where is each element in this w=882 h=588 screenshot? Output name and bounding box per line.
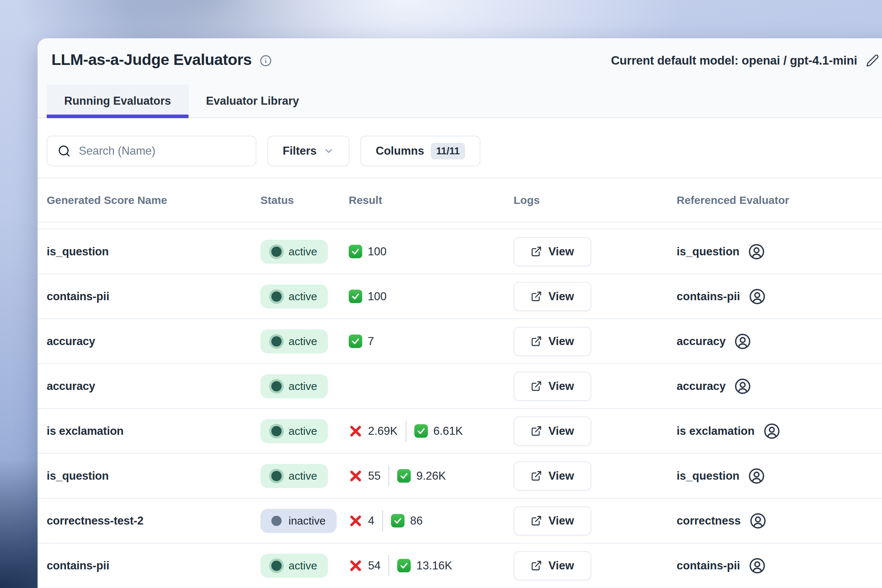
view-logs-button[interactable]: View xyxy=(514,506,591,536)
generated-score-name: contains-pii xyxy=(47,559,261,572)
status-cell: active xyxy=(261,419,349,443)
cross-mark-icon xyxy=(349,424,363,438)
fail-result: 2.69K xyxy=(349,424,398,438)
result-cell: 7 xyxy=(349,334,514,348)
table-row[interactable]: is exclamation active 2.69K 6.61K xyxy=(38,409,882,454)
check-mark-icon xyxy=(349,334,362,348)
external-link-icon xyxy=(531,560,542,571)
view-logs-button[interactable]: View xyxy=(514,551,591,580)
status-dot-icon xyxy=(272,247,282,257)
logs-cell: View xyxy=(514,551,676,580)
referenced-evaluator-name: contains-pii xyxy=(676,559,740,572)
status-badge: active xyxy=(261,554,328,578)
column-header-status: Status xyxy=(261,194,349,207)
referenced-evaluator-name: is_question xyxy=(676,245,740,258)
logs-cell: View xyxy=(514,237,676,266)
edit-model-icon[interactable] xyxy=(866,54,879,67)
check-mark-icon xyxy=(397,559,411,572)
info-icon[interactable] xyxy=(260,55,272,67)
status-label: active xyxy=(288,380,317,393)
status-dot-icon xyxy=(272,471,282,481)
result-cell: 100 xyxy=(349,290,514,303)
evaluators-table: Generated Score Name Status Result Logs … xyxy=(38,178,882,588)
referenced-evaluator-name: correctness xyxy=(676,514,741,528)
referenced-evaluator-cell: is exclamation xyxy=(676,423,882,440)
tab-bar: Running Evaluators Evaluator Library xyxy=(47,85,879,117)
external-link-icon xyxy=(531,425,542,436)
check-mark-icon xyxy=(349,245,362,258)
pass-result: 6.61K xyxy=(414,424,463,438)
logs-cell: View xyxy=(514,461,676,490)
columns-label: Columns xyxy=(376,144,424,158)
view-logs-button[interactable]: View xyxy=(514,372,591,401)
search-input[interactable] xyxy=(79,144,246,158)
check-mark-icon xyxy=(391,514,405,528)
referenced-evaluator-name: is_question xyxy=(676,470,740,483)
status-badge: inactive xyxy=(261,509,337,533)
evaluators-panel: LLM-as-a-Judge Evaluators Current defaul… xyxy=(38,38,882,588)
pass-result: 100 xyxy=(349,245,387,258)
table-row[interactable]: contains-pii active 100 View con xyxy=(38,274,882,319)
status-label: active xyxy=(288,560,317,572)
fail-count: 55 xyxy=(368,470,381,483)
referenced-evaluator-name: contains-pii xyxy=(676,290,740,303)
table-row[interactable]: is_question active 55 9.26K Vie xyxy=(38,454,882,499)
referenced-evaluator-cell: correctness xyxy=(676,513,882,529)
result-cell: 55 9.26K xyxy=(349,465,514,487)
tab-evaluator-library[interactable]: Evaluator Library xyxy=(189,85,316,117)
filters-button[interactable]: Filters xyxy=(267,136,350,166)
status-cell: inactive xyxy=(261,509,349,533)
view-logs-button[interactable]: View xyxy=(514,282,591,311)
external-link-icon xyxy=(531,381,542,392)
referenced-evaluator-cell: accuracy xyxy=(676,333,882,350)
status-dot-icon xyxy=(272,291,282,302)
filters-label: Filters xyxy=(283,144,316,158)
pass-count: 9.26K xyxy=(416,470,446,483)
result-cell: 54 13.16K xyxy=(349,555,514,576)
table-row[interactable]: correctness-test-2 inactive 4 86 xyxy=(38,499,882,543)
status-label: active xyxy=(288,335,317,348)
result-divider xyxy=(388,465,389,487)
status-dot-icon xyxy=(272,426,282,436)
search-box[interactable] xyxy=(47,136,256,166)
generated-score-name: accuracy xyxy=(47,380,261,393)
status-badge: active xyxy=(261,419,328,443)
table-row[interactable]: is_question active 100 View is_q xyxy=(38,230,882,274)
pass-count: 7 xyxy=(368,335,374,348)
chevron-down-icon xyxy=(323,146,334,156)
check-mark-icon xyxy=(349,290,362,303)
view-label: View xyxy=(548,470,574,483)
status-dot-icon xyxy=(272,381,282,392)
cross-mark-icon xyxy=(349,469,363,483)
table-row[interactable]: contains-pii active 54 13.16K V xyxy=(38,543,882,588)
pass-result: 13.16K xyxy=(397,559,452,572)
user-circle-icon xyxy=(750,513,766,529)
logs-cell: View xyxy=(514,506,676,536)
view-logs-button[interactable]: View xyxy=(514,327,591,356)
status-cell: active xyxy=(261,240,349,264)
check-mark-icon xyxy=(414,424,428,438)
pass-count: 100 xyxy=(368,245,387,258)
user-circle-icon xyxy=(749,557,766,574)
user-circle-icon xyxy=(748,243,765,260)
panel-header: LLM-as-a-Judge Evaluators Current defaul… xyxy=(38,38,882,118)
columns-button[interactable]: Columns 11/11 xyxy=(360,136,480,166)
view-logs-button[interactable]: View xyxy=(514,417,591,446)
status-badge: active xyxy=(261,240,328,264)
view-logs-button[interactable]: View xyxy=(514,237,591,266)
pass-count: 6.61K xyxy=(434,424,463,438)
tab-running-evaluators[interactable]: Running Evaluators xyxy=(47,85,189,117)
external-link-icon xyxy=(531,470,542,482)
table-row[interactable]: accuracy active 7 View accuracy xyxy=(38,319,882,364)
generated-score-name: correctness-test-2 xyxy=(47,514,261,528)
column-header-referenced-evaluator: Referenced Evaluator xyxy=(676,194,882,207)
view-logs-button[interactable]: View xyxy=(514,461,591,490)
column-header-result: Result xyxy=(349,194,514,207)
status-cell: active xyxy=(261,329,349,354)
pass-result: 9.26K xyxy=(397,469,446,483)
referenced-evaluator-cell: accuracy xyxy=(676,378,882,394)
status-cell: active xyxy=(261,554,349,578)
logs-cell: View xyxy=(514,372,676,401)
referenced-evaluator-cell: is_question xyxy=(676,468,882,484)
table-row[interactable]: accuracy active View accuracy xyxy=(38,364,882,409)
